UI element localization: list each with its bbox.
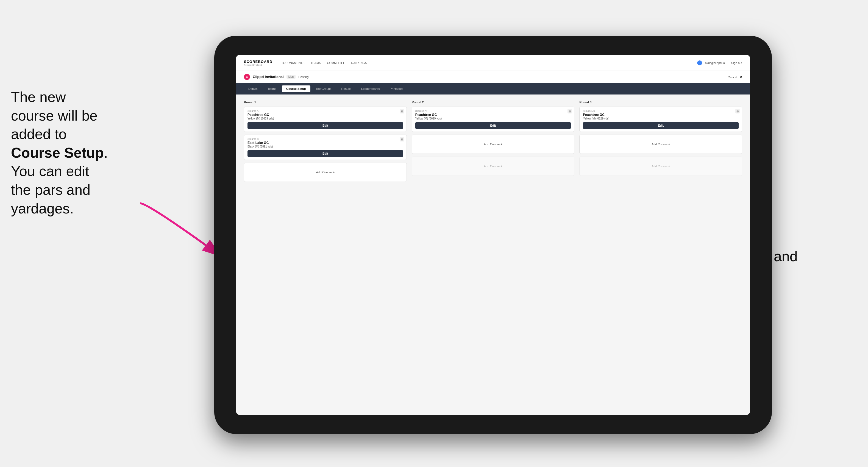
round2-course-a-name: Peachtree GC [415, 113, 571, 117]
round-1-label: Round 1 [244, 100, 407, 104]
cancel-area: Cancel ✕ [727, 74, 742, 80]
nav-right: blair@clippd.io | Sign out [697, 60, 742, 65]
nav-links: TOURNAMENTS TEAMS COMMITTEE RANKINGS [281, 61, 367, 65]
logo-title: SCOREBOARD [244, 60, 273, 64]
round-3-column: Round 3 (Course A) Peachtree GC Yellow (… [579, 100, 742, 185]
round3-add-course-label: Add Course + [652, 143, 670, 146]
nav-left: SCOREBOARD Powered by clippd TOURNAMENTS… [244, 60, 367, 66]
tournament-name: Clippd Invitational [253, 75, 284, 79]
round2-add-course-label-2: Add Course + [484, 164, 502, 168]
round3-course-a-delete-button[interactable]: ⊟ [735, 109, 740, 114]
round1-add-course-button[interactable]: Add Course + [244, 163, 407, 182]
gender-badge: Men [286, 75, 296, 79]
tab-printables[interactable]: Printables [385, 86, 408, 92]
round1-course-a-edit-button[interactable]: Edit [247, 122, 403, 129]
round1-course-a-tee: Yellow (M) (6629 yds) [247, 117, 403, 120]
nav-rankings[interactable]: RANKINGS [351, 61, 367, 65]
round1-course-a-card: (Course A) Peachtree GC Yellow (M) (6629… [244, 106, 407, 132]
tab-results[interactable]: Results [337, 86, 356, 92]
tab-details[interactable]: Details [244, 86, 262, 92]
tournament-bar: C Clippd Invitational Men Hosting Cancel… [236, 71, 750, 83]
brand-logo: C [244, 74, 250, 80]
round-2-label: Round 2 [412, 100, 575, 104]
cancel-x[interactable]: ✕ [739, 75, 742, 79]
nav-tournaments[interactable]: TOURNAMENTS [281, 61, 305, 65]
tournament-info: C Clippd Invitational Men Hosting [244, 74, 308, 80]
round1-course-a-delete-button[interactable]: ⊟ [400, 109, 404, 114]
sign-out-link[interactable]: Sign out [731, 61, 742, 65]
top-nav: SCOREBOARD Powered by clippd TOURNAMENTS… [236, 55, 750, 71]
logo-subtitle: Powered by clippd [244, 64, 273, 66]
round3-add-course-button[interactable]: Add Course + [579, 134, 742, 154]
round2-course-a-tee: Yellow (M) (6629 yds) [415, 117, 571, 120]
round1-course-b-edit-button[interactable]: Edit [247, 150, 403, 157]
round2-course-a-card: (Course A) Peachtree GC Yellow (M) (6629… [412, 106, 575, 132]
round1-course-b-card: (Course B) East Lake GC Black (M) (6891 … [244, 134, 407, 160]
round-1-column: Round 1 (Course A) Peachtree GC Yellow (… [244, 100, 407, 185]
round3-course-a-name: Peachtree GC [583, 113, 739, 117]
tablet-screen: SCOREBOARD Powered by clippd TOURNAMENTS… [236, 55, 750, 415]
tab-bar: Details Teams Course Setup Tee Groups Re… [236, 83, 750, 94]
round3-course-a-card: (Course A) Peachtree GC Yellow (M) (6629… [579, 106, 742, 132]
round2-add-course-button[interactable]: Add Course + [412, 134, 575, 154]
round1-course-b-delete-button[interactable]: ⊟ [400, 137, 404, 142]
round1-course-b-tag: (Course B) [247, 137, 403, 141]
round2-course-a-edit-button[interactable]: Edit [415, 122, 571, 129]
nav-teams[interactable]: TEAMS [311, 61, 321, 65]
hosting-label: Hosting [298, 75, 308, 79]
rounds-container: Round 1 (Course A) Peachtree GC Yellow (… [244, 100, 742, 185]
nav-committee[interactable]: COMMITTEE [327, 61, 345, 65]
round-2-column: Round 2 (Course A) Peachtree GC Yellow (… [412, 100, 575, 185]
round3-course-a-edit-button[interactable]: Edit [583, 122, 739, 129]
tab-course-setup[interactable]: Course Setup [282, 86, 310, 92]
round1-course-a-name: Peachtree GC [247, 113, 403, 117]
round3-add-course-label-2: Add Course + [652, 164, 670, 168]
round3-add-course-button-2: Add Course + [579, 157, 742, 176]
cancel-button[interactable]: Cancel [727, 75, 737, 79]
round1-course-b-name: East Lake GC [247, 141, 403, 145]
round-3-label: Round 3 [579, 100, 742, 104]
round2-add-course-label: Add Course + [484, 143, 502, 146]
user-email: blair@clippd.io [705, 61, 724, 65]
scoreboard-logo: SCOREBOARD Powered by clippd [244, 60, 273, 66]
user-avatar [697, 60, 702, 65]
round2-course-a-tag: (Course A) [415, 110, 571, 112]
tab-leaderboards[interactable]: Leaderboards [357, 86, 384, 92]
nav-separator: | [727, 61, 728, 65]
round1-course-a-tag: (Course A) [247, 110, 403, 112]
main-content: Round 1 (Course A) Peachtree GC Yellow (… [236, 94, 750, 415]
left-arrow-icon [132, 198, 225, 258]
round1-course-b-tee: Black (M) (6891 yds) [247, 145, 403, 148]
round1-add-course-label: Add Course + [316, 170, 335, 174]
tab-teams[interactable]: Teams [263, 86, 281, 92]
round3-course-a-tee: Yellow (M) (6629 yds) [583, 117, 739, 120]
round2-add-course-button-2: Add Course + [412, 157, 575, 176]
round2-course-a-delete-button[interactable]: ⊟ [567, 109, 572, 114]
round3-course-a-tag: (Course A) [583, 110, 739, 112]
tab-tee-groups[interactable]: Tee Groups [311, 86, 336, 92]
tablet-shell: SCOREBOARD Powered by clippd TOURNAMENTS… [214, 36, 772, 434]
